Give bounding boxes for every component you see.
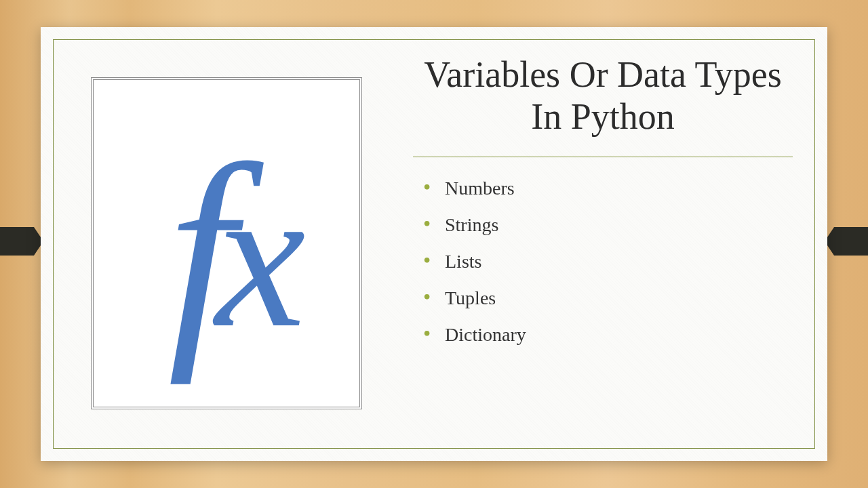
list-item: Dictionary <box>423 324 800 346</box>
list-item: Lists <box>423 251 800 272</box>
fx-letter-x: x <box>215 144 285 369</box>
slide-inner-border: fx Variables Or Data Types In Python Num… <box>53 39 815 449</box>
fx-image-frame: fx <box>91 77 362 409</box>
list-item: Numbers <box>423 178 800 199</box>
slide-card: fx Variables Or Data Types In Python Num… <box>41 27 827 461</box>
title-divider <box>413 157 793 157</box>
fx-letter-f: f <box>167 115 215 385</box>
list-item: Tuples <box>423 287 800 309</box>
slide-content: Variables Or Data Types In Python Number… <box>406 54 800 361</box>
bullet-list: Numbers Strings Lists Tuples Dictionary <box>406 178 800 346</box>
fx-icon: fx <box>167 121 285 365</box>
decor-tab-left <box>0 227 34 256</box>
list-item: Strings <box>423 214 800 236</box>
decor-tab-right <box>834 227 868 256</box>
slide-title: Variables Or Data Types In Python <box>406 54 800 138</box>
